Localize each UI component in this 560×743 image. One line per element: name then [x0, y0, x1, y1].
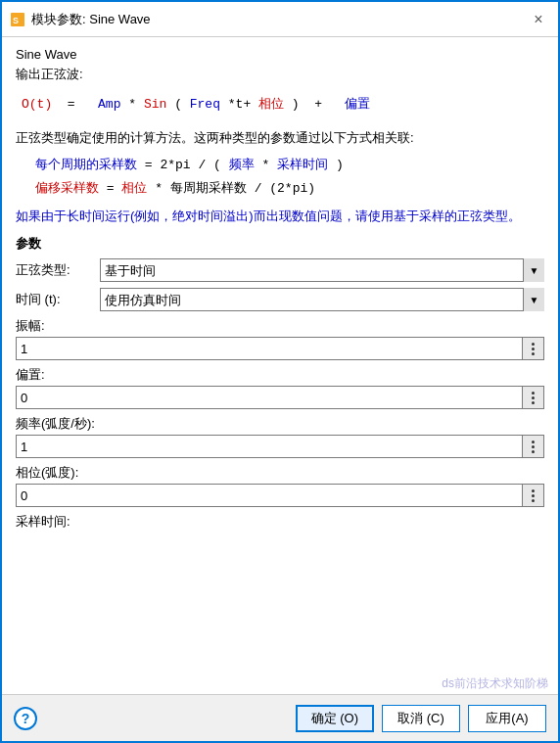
eq1-sampletime: 采样时间	[277, 158, 328, 172]
eq1-eq: = 2*pi / (	[145, 158, 221, 172]
eq2-phase: 相位	[121, 181, 147, 196]
amplitude-label: 振幅:	[16, 317, 544, 335]
sine-type-row: 正弦类型: 基于时间 基于采样 ▼	[16, 258, 544, 282]
formula-eq-sign: =	[60, 97, 90, 112]
main-dialog: S 模块参数: Sine Wave × Sine Wave 输出正弦波: O(t…	[0, 0, 560, 743]
phase-input[interactable]	[16, 484, 523, 507]
phase-group: 相位(弧度):	[16, 464, 544, 507]
frequency-input-row	[16, 435, 544, 458]
apply-button[interactable]: 应用(A)	[468, 705, 546, 732]
close-button[interactable]: ×	[527, 8, 550, 31]
dot2	[532, 494, 535, 497]
sine-type-label: 正弦类型:	[16, 261, 94, 279]
cancel-button[interactable]: 取消 (C)	[382, 705, 460, 732]
frequency-dots-button[interactable]	[523, 435, 544, 458]
offset-label: 偏置:	[16, 366, 544, 384]
title-bar: S 模块参数: Sine Wave ×	[2, 2, 558, 37]
dot1	[532, 441, 535, 443]
offset-group: 偏置:	[16, 366, 544, 409]
bottom-bar: ? 确定 (O) 取消 (C) 应用(A)	[2, 694, 558, 741]
eq1-samples: 每个周期的采样数	[35, 158, 137, 172]
amplitude-group: 振幅:	[16, 317, 544, 360]
ok-button[interactable]: 确定 (O)	[296, 705, 374, 732]
eq1-close: )	[336, 158, 344, 172]
amplitude-input[interactable]	[16, 337, 523, 360]
dot1	[532, 392, 535, 395]
formula-open-paren: (	[174, 97, 182, 112]
offset-input-row	[16, 386, 544, 409]
time-select[interactable]: 使用仿真时间 使用外部信号	[100, 288, 544, 311]
phase-label: 相位(弧度):	[16, 464, 544, 482]
frequency-input[interactable]	[16, 435, 523, 458]
time-select-wrapper: 使用仿真时间 使用外部信号 ▼	[100, 288, 544, 311]
description-subtitle: 输出正弦波:	[16, 66, 544, 83]
info-text-1: 正弦类型确定使用的计算方法。这两种类型的参数通过以下方式相关联:	[16, 128, 544, 148]
dot3	[532, 352, 535, 355]
simulink-icon: S	[10, 12, 25, 27]
formula-display: O(t) = Amp * Sin ( Freq *t+ 相位 ) + 偏置	[22, 95, 538, 113]
formula-star1: *	[128, 97, 136, 112]
formula-sin-label: Sin	[144, 97, 166, 112]
sample-time-label: 采样时间:	[16, 513, 544, 531]
formula-offset-label: 偏置	[345, 97, 370, 112]
eq2-eq: =	[107, 181, 122, 196]
dialog-title: 模块参数: Sine Wave	[31, 11, 527, 28]
offset-input[interactable]	[16, 386, 523, 409]
eq2: 偏移采样数 = 相位 * 每周期采样数 / (2*pi)	[35, 179, 544, 197]
sine-type-select-wrapper: 基于时间 基于采样 ▼	[100, 258, 544, 282]
eq2-mul: * 每周期采样数 / (2*pi)	[155, 181, 315, 196]
eq2-offset: 偏移采样数	[35, 181, 99, 196]
time-row: 时间 (t): 使用仿真时间 使用外部信号 ▼	[16, 288, 544, 311]
dot1	[532, 343, 535, 346]
phase-dots-button[interactable]	[523, 484, 544, 507]
sample-time-group: 采样时间:	[16, 513, 544, 531]
formula-o: O(t)	[22, 97, 52, 112]
sine-type-select[interactable]: 基于时间 基于采样	[100, 258, 544, 282]
frequency-group: 频率(弧度/秒):	[16, 415, 544, 458]
help-button[interactable]: ?	[14, 707, 37, 730]
block-name: Sine Wave	[16, 47, 544, 62]
eq1: 每个周期的采样数 = 2*pi / ( 频率 * 采样时间 )	[35, 156, 544, 173]
formula-star2: *t+	[228, 97, 251, 112]
time-label: 时间 (t):	[16, 291, 94, 308]
eq1-freq: 频率	[229, 158, 255, 172]
dot1	[532, 489, 535, 492]
svg-text:S: S	[13, 16, 19, 25]
dot2	[532, 396, 535, 399]
dot3	[532, 450, 535, 453]
frequency-label: 频率(弧度/秒):	[16, 415, 544, 433]
formula-amp-label: Amp	[98, 97, 120, 112]
params-section-title: 参数	[16, 235, 544, 253]
formula-block: O(t) = Amp * Sin ( Freq *t+ 相位 ) + 偏置	[16, 89, 544, 120]
offset-dots-button[interactable]	[523, 386, 544, 409]
formula-freq-label: Freq	[190, 97, 220, 112]
dot3	[532, 499, 535, 502]
dot2	[532, 445, 535, 448]
info-text-2: 如果由于长时间运行(例如，绝对时间溢出)而出现数值问题，请使用基于采样的正弦类型…	[16, 207, 544, 226]
amplitude-input-row	[16, 337, 544, 360]
phase-input-row	[16, 484, 544, 507]
eq1-mid: *	[261, 158, 277, 172]
dot2	[532, 348, 535, 350]
content-area: Sine Wave 输出正弦波: O(t) = Amp * Sin ( Freq…	[2, 37, 558, 694]
formula-phase-label: 相位	[258, 97, 284, 112]
dot3	[532, 401, 535, 404]
formula-close-paren: ) +	[292, 97, 338, 112]
amplitude-dots-button[interactable]	[523, 337, 544, 360]
